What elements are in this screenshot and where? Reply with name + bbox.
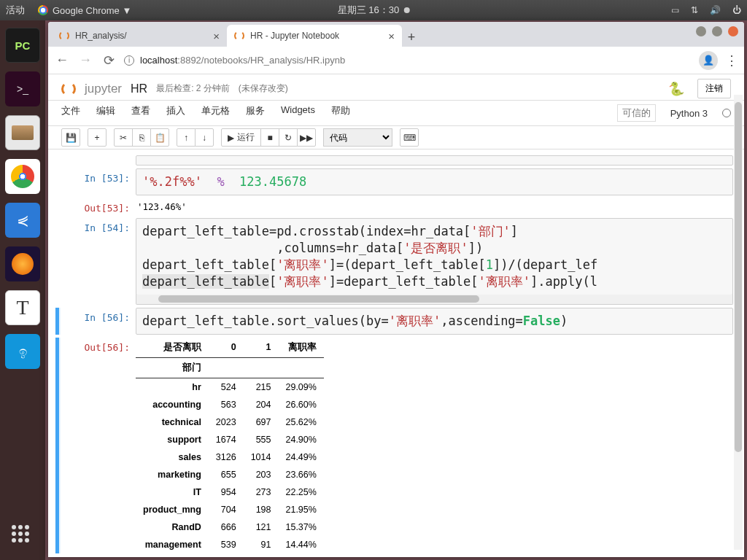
cells-container: In [53]: '%.2f%%' % 123.45678 Out[53]: '… bbox=[48, 149, 744, 557]
cell-54[interactable]: In [54]: depart_left_table=pd.crosstab(i… bbox=[59, 218, 733, 305]
paste-button[interactable]: 📋 bbox=[150, 128, 169, 147]
chrome-menu-button[interactable]: ⋮ bbox=[725, 52, 738, 69]
table-row: support167455524.90% bbox=[136, 431, 324, 448]
code-input[interactable]: depart_left_table.sort_values(by='离职率',a… bbox=[136, 308, 733, 335]
dock-pycharm[interactable]: PC bbox=[5, 28, 40, 63]
tab-0[interactable]: HR_analysis/ × bbox=[52, 25, 227, 47]
dock-files[interactable] bbox=[5, 115, 40, 150]
chrome-window: HR_analysis/ × HR - Jupyter Notebook × +… bbox=[48, 22, 744, 557]
new-tab-button[interactable]: + bbox=[402, 28, 421, 47]
command-palette-button[interactable]: ⌨ bbox=[400, 128, 419, 147]
cell-56[interactable]: In [56]: depart_left_table.sort_values(b… bbox=[55, 308, 733, 335]
network-icon[interactable]: ⇅ bbox=[691, 5, 698, 15]
menu-help[interactable]: 帮助 bbox=[331, 104, 350, 122]
move-down-button[interactable]: ↓ bbox=[195, 128, 214, 147]
dock-texteditor[interactable]: T bbox=[5, 290, 40, 325]
tab-1[interactable]: HR - Jupyter Notebook × bbox=[227, 25, 402, 47]
cell: 1674 bbox=[209, 431, 244, 448]
dock-firefox[interactable] bbox=[5, 246, 40, 281]
cut-button[interactable]: ✂ bbox=[114, 128, 133, 147]
table-row: accounting56320426.60% bbox=[136, 396, 324, 413]
dock-chrome[interactable] bbox=[5, 159, 40, 194]
scrollbar-thumb[interactable] bbox=[735, 102, 742, 452]
menu-view[interactable]: 查看 bbox=[131, 104, 150, 122]
maximize-button[interactable] bbox=[712, 26, 722, 36]
close-tab-icon[interactable]: × bbox=[213, 30, 220, 42]
cell: 198 bbox=[244, 501, 279, 518]
menu-cell[interactable]: 单元格 bbox=[201, 104, 230, 122]
dock: PC ⋞ T ඉ bbox=[0, 20, 45, 560]
row-label: product_mng bbox=[136, 501, 209, 518]
logout-button[interactable]: 注销 bbox=[697, 79, 731, 98]
table-row: marketing65520323.66% bbox=[136, 466, 324, 483]
profile-button[interactable]: 👤 bbox=[699, 51, 718, 70]
chrome-icon bbox=[38, 5, 48, 15]
vertical-scrollbar[interactable] bbox=[734, 95, 743, 550]
restart-run-all-button[interactable]: ▶▶ bbox=[297, 128, 316, 147]
save-button[interactable]: 💾 bbox=[61, 128, 80, 147]
close-tab-icon[interactable]: × bbox=[388, 30, 395, 42]
cell: 14.44% bbox=[278, 536, 323, 553]
menu-edit[interactable]: 编辑 bbox=[96, 104, 115, 122]
table-row: product_mng70419821.95% bbox=[136, 501, 324, 518]
horizontal-scrollbar[interactable] bbox=[136, 295, 733, 305]
trusted-label[interactable]: 可信的 bbox=[617, 104, 656, 122]
url-path: :8892/notebooks/HR_analysis/HR.ipynb bbox=[177, 55, 345, 66]
copy-button[interactable]: ⎘ bbox=[132, 128, 151, 147]
app-menu[interactable]: Google Chrome ▼ bbox=[38, 5, 131, 16]
scrollbar-thumb[interactable] bbox=[158, 295, 479, 303]
interrupt-button[interactable]: ■ bbox=[260, 128, 279, 147]
row-label: management bbox=[136, 536, 209, 553]
row-label: hr bbox=[136, 378, 209, 396]
code-input[interactable]: depart_left_table=pd.crosstab(index=hr_d… bbox=[136, 218, 733, 295]
dock-vscode[interactable]: ⋞ bbox=[5, 203, 40, 238]
minimize-button[interactable] bbox=[696, 26, 706, 36]
window-controls bbox=[696, 26, 738, 36]
sound-icon[interactable]: 🔊 bbox=[710, 5, 721, 15]
power-icon[interactable]: ⏻ bbox=[732, 5, 741, 15]
cell: 666 bbox=[209, 518, 244, 536]
cell-type-select[interactable]: 代码 bbox=[323, 128, 392, 147]
tab-label: HR_analysis/ bbox=[75, 31, 127, 41]
menu-file[interactable]: 文件 bbox=[61, 104, 80, 122]
menu-services[interactable]: 服务 bbox=[246, 104, 265, 122]
row-label: accounting bbox=[136, 396, 209, 413]
back-button[interactable]: ← bbox=[54, 52, 70, 68]
kernel-name[interactable]: Python 3 bbox=[670, 108, 708, 119]
cell: 15.37% bbox=[278, 518, 323, 536]
address-bar[interactable]: i localhost:8892/notebooks/HR_analysis/H… bbox=[124, 55, 692, 66]
move-up-button[interactable]: ↑ bbox=[177, 128, 196, 147]
show-applications[interactable] bbox=[12, 525, 34, 547]
notebook-title[interactable]: HR bbox=[131, 82, 147, 96]
code-input[interactable]: '%.2f%%' % 123.45678 bbox=[136, 168, 733, 195]
cell: 524 bbox=[209, 378, 244, 396]
in-prompt: In [56]: bbox=[59, 308, 136, 335]
dock-terminal[interactable] bbox=[5, 71, 40, 106]
cell[interactable] bbox=[59, 155, 733, 166]
menu-widgets[interactable]: Widgets bbox=[281, 104, 315, 122]
activities-button[interactable]: 活动 bbox=[6, 4, 25, 17]
menu-insert[interactable]: 插入 bbox=[166, 104, 185, 122]
jupyter-label: jupyter bbox=[85, 82, 122, 96]
run-button[interactable]: ▶ 运行 bbox=[221, 128, 261, 147]
table-row: management5399114.44% bbox=[136, 536, 324, 553]
dock-app-blue[interactable]: ඉ bbox=[5, 334, 40, 369]
address-bar-row: ← → ⟳ i localhost:8892/notebooks/HR_anal… bbox=[48, 47, 744, 74]
record-dot-icon bbox=[403, 7, 409, 13]
site-info-icon[interactable]: i bbox=[124, 55, 134, 66]
col-header: 0 bbox=[209, 338, 244, 358]
datetime[interactable]: 星期三 16：30 bbox=[338, 4, 410, 17]
cell: 704 bbox=[209, 501, 244, 518]
cell-53[interactable]: In [53]: '%.2f%%' % 123.45678 bbox=[59, 168, 733, 195]
row-index-name: 部门 bbox=[136, 357, 209, 378]
forward-button[interactable]: → bbox=[77, 52, 93, 68]
restart-button[interactable]: ↻ bbox=[279, 128, 298, 147]
close-window-button[interactable] bbox=[728, 26, 738, 36]
battery-icon[interactable]: ▭ bbox=[671, 5, 679, 15]
drawer-icon bbox=[12, 125, 34, 140]
jupyter-logo-icon bbox=[61, 82, 76, 96]
reload-button[interactable]: ⟳ bbox=[101, 52, 117, 69]
table-row: hr52421529.09% bbox=[136, 378, 324, 396]
vscode-icon: ⋞ bbox=[17, 211, 29, 229]
insert-cell-button[interactable]: + bbox=[88, 128, 107, 147]
